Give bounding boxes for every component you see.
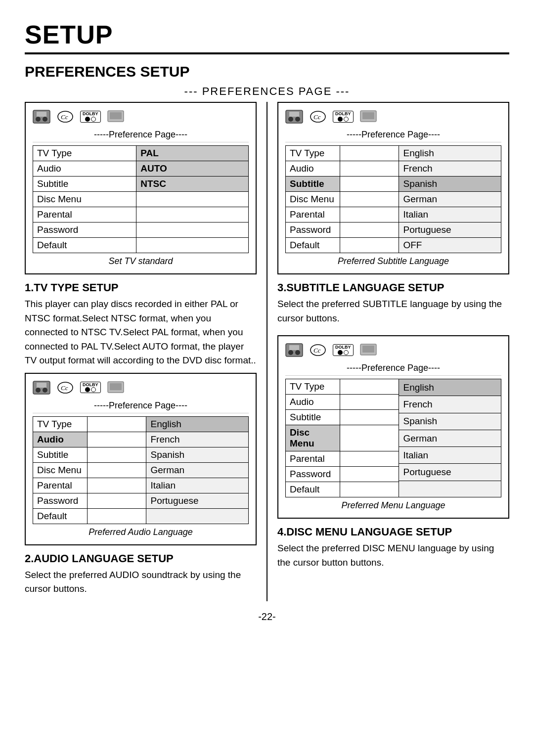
- svg-point-18: [295, 117, 300, 122]
- table-row: Password: [286, 222, 399, 238]
- svg-rect-27: [289, 345, 299, 350]
- table-row: Parental: [33, 478, 146, 493]
- dolby-icon-4: DOLBY: [333, 344, 354, 356]
- svg-point-9: [36, 388, 41, 393]
- tv-type-value: PAL: [136, 146, 249, 161]
- table-row: [399, 481, 501, 497]
- tape-icon-4: [285, 343, 303, 357]
- tv-type-label: TV Type: [33, 146, 136, 161]
- table-row: German: [399, 192, 501, 207]
- table-row: TV Type: [286, 379, 399, 395]
- player-icons-3: Cc DOLBY: [285, 108, 501, 126]
- pref-table-2-dropdown: English French Spanish German Italian Po…: [146, 416, 249, 524]
- table-row: Disc Menu: [33, 462, 146, 478]
- subtitle-lang-setup-body: Select the preferred SUBTITLE language b…: [277, 297, 509, 325]
- screen-icon-4: [359, 343, 377, 357]
- dvd-box-1: Cc DOLBY -----Preference Page----: [25, 102, 257, 274]
- svg-point-2: [43, 117, 47, 122]
- pref-table-2-left: TV Type Audio Subtitle Disc Menu: [33, 416, 146, 524]
- svg-point-25: [288, 350, 293, 355]
- svg-point-10: [43, 388, 47, 393]
- box3-caption: Preferred Subtitle Language: [285, 256, 501, 267]
- svg-rect-23: [362, 112, 374, 119]
- cc-icon-3: Cc: [309, 110, 327, 124]
- tape-icon: [33, 110, 50, 124]
- dolby-icon-3: DOLBY: [333, 111, 354, 123]
- cc-icon-4: Cc: [309, 343, 327, 357]
- pref-page-text-4: -----Preference Page----: [285, 363, 501, 376]
- tape-icon-3: [285, 110, 303, 124]
- table-row: Spanish: [399, 413, 501, 430]
- table-row: Default: [286, 482, 399, 497]
- cc-icon-2: Cc: [56, 381, 74, 395]
- left-column: Cc DOLBY -----Preference Page----: [25, 102, 267, 601]
- right-column: Cc DOLBY -----Preference Page----: [267, 102, 509, 575]
- table-row: Default: [33, 238, 249, 253]
- pref-table-1: TV Type PAL Audio AUTO Subtitle NTSC Dis…: [33, 145, 249, 253]
- svg-rect-11: [37, 383, 46, 388]
- audio-value: AUTO: [136, 161, 249, 177]
- table-row: Spanish: [146, 447, 249, 462]
- table-row: Password: [33, 493, 146, 508]
- audio-label: Audio: [33, 161, 136, 177]
- player-icons-4: Cc DOLBY: [285, 341, 501, 359]
- pref-page-label: --- PREFERENCES PAGE ---: [25, 85, 509, 98]
- tv-type-setup-title: 1.TV TYPE SETUP: [25, 281, 257, 294]
- pref-table-3-dropdown: English French Spanish German Italian Po…: [399, 145, 501, 253]
- svg-point-1: [36, 117, 41, 122]
- disc-menu-setup-body: Select the preferred DISC MENU language …: [277, 541, 509, 570]
- player-icons-2: Cc DOLBY: [33, 379, 249, 397]
- disc-menu-label: Disc Menu: [33, 192, 136, 207]
- table-row: TV Type PAL: [33, 146, 249, 161]
- table-row: Audio: [286, 395, 399, 410]
- table-row: Subtitle: [286, 177, 399, 192]
- table-row: Password: [33, 222, 249, 238]
- table-row: TV Type: [33, 416, 146, 432]
- svg-text:Cc: Cc: [61, 384, 68, 392]
- dvd-box-2: Cc DOLBY -----Preference Page----: [25, 373, 257, 545]
- svg-rect-31: [362, 346, 374, 353]
- table-row: Audio: [286, 161, 399, 177]
- table-row: Parental: [33, 207, 249, 222]
- disc-menu-setup-title: 4.DISC MENU LANGUAGE SETUP: [277, 526, 509, 538]
- table-row: French: [399, 161, 501, 177]
- pref-table-4-dropdown: English French Spanish German Italian Po…: [399, 379, 501, 497]
- table-row: English: [399, 379, 501, 396]
- table-row: Subtitle: [33, 447, 146, 462]
- table-row: French: [146, 432, 249, 447]
- subtitle-lang-setup-title: 3.SUBTITLE LANGUAGE SETUP: [277, 281, 509, 294]
- table-row: Disc Menu: [286, 425, 399, 451]
- pref-table-3-left: TV Type Audio Subtitle Disc Menu: [285, 145, 399, 253]
- pref-page-text-1: -----Preference Page----: [33, 130, 249, 142]
- box2-caption: Preferred Audio Language: [33, 527, 249, 537]
- dvd-box-4: Cc DOLBY -----Preference Page----: [277, 335, 509, 519]
- table-row: French: [399, 396, 501, 413]
- table-row: Default: [286, 238, 399, 253]
- pref-page-text-2: -----Preference Page----: [33, 400, 249, 413]
- screen-icon-1: [107, 110, 125, 124]
- box4-caption: Preferred Menu Language: [285, 500, 501, 511]
- table-row: Disc Menu: [33, 192, 249, 207]
- audio-lang-setup-body: Select the preferred AUDIO soundtrack by…: [25, 568, 257, 596]
- table-row: Audio: [33, 432, 146, 447]
- svg-text:Cc: Cc: [61, 113, 68, 121]
- table-row: English: [399, 146, 501, 161]
- svg-text:Cc: Cc: [313, 113, 321, 121]
- table-row: Portuguese: [399, 464, 501, 481]
- table-row: Portuguese: [399, 222, 501, 238]
- subtitle-label: Subtitle: [33, 177, 136, 192]
- table-row: Disc Menu: [286, 192, 399, 207]
- tv-type-setup-body: This player can play discs recorded in e…: [25, 297, 257, 368]
- page-main-title: SETUP: [25, 20, 509, 54]
- dolby-icon-2: DOLBY: [80, 382, 101, 394]
- screen-icon-3: [359, 110, 377, 124]
- table-row: Subtitle NTSC: [33, 177, 249, 192]
- player-icons-1: Cc DOLBY: [33, 108, 249, 126]
- svg-rect-7: [110, 112, 122, 119]
- dvd-box-3: Cc DOLBY -----Preference Page----: [277, 102, 509, 274]
- table-row: Default: [33, 508, 146, 524]
- table-row: German: [399, 430, 501, 446]
- box1-caption: Set TV standard: [33, 256, 249, 267]
- svg-text:Cc: Cc: [313, 347, 321, 354]
- table-row: English: [146, 416, 249, 432]
